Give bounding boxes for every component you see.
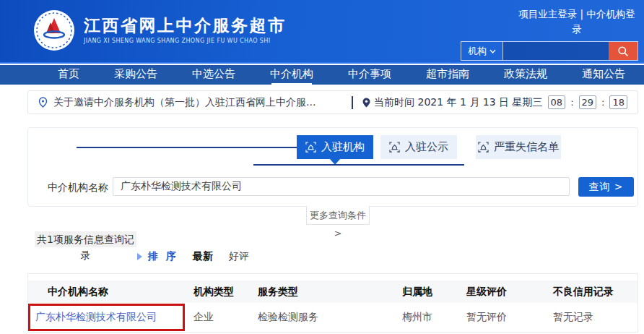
cell-org-name: 广东朴华检测技术有限公司: [28, 311, 193, 324]
search-icon: [617, 46, 629, 57]
main-nav: 首页 采购公告 中选公告 中介机构 中介事项 超市指南 政策法规 通知公告: [0, 65, 644, 85]
org-name-label: 中介机构名称: [48, 181, 108, 194]
nav-item-market-guide[interactable]: 超市指南: [426, 65, 469, 85]
notice-headline: 关于邀请中介服务机构（第一批）入驻江西省网上中介服...: [53, 96, 316, 109]
col-header-region: 归属地: [402, 286, 466, 299]
notice-bar: 关于邀请中介服务机构（第一批）入驻江西省网上中介服... 当前时间 2021 年…: [27, 90, 638, 114]
cell-region: 梅州市: [402, 311, 466, 324]
nav-item-intermediary-matters[interactable]: 中介事项: [348, 65, 391, 85]
org-name-link[interactable]: 广东朴华检测技术有限公司: [35, 311, 157, 322]
time-colon: :: [570, 97, 573, 108]
col-header-credit-record: 不良信用记录: [553, 286, 638, 299]
sort-bar: 排 序 最新 好评: [137, 249, 249, 264]
decorative-line: [77, 147, 297, 148]
table-row: 广东朴华检测技术有限公司 企业 检验检测服务 梅州市 暂无评价 暂无记录: [28, 303, 638, 332]
col-header-rating: 星级评价: [466, 286, 553, 299]
nav-item-procurement-notices[interactable]: 采购公告: [114, 65, 157, 85]
more-query-conditions-link[interactable]: 更多查询条件 >: [306, 206, 370, 225]
header-search-input[interactable]: [503, 42, 609, 60]
nav-item-home[interactable]: 首页: [58, 65, 79, 85]
results-table: 中介机构名称 机构类型 服务类型 归属地 星级评价 不良信用记录 广东朴华检测技…: [27, 273, 638, 333]
login-links[interactable]: 项目业主登录 | 中介机构登录: [515, 7, 638, 37]
cell-rating: 暂无评价: [466, 311, 553, 324]
tab-dishonesty-blacklist[interactable]: 严重失信名单: [476, 135, 561, 159]
time-colon: :: [601, 97, 604, 108]
query-button[interactable]: 查询 >: [578, 177, 634, 197]
header-search-bar: 机构: [461, 41, 638, 61]
pavilion-icon: [305, 142, 316, 153]
nav-item-selection-notices[interactable]: 中选公告: [192, 65, 235, 85]
sort-label: 排 序: [148, 250, 178, 263]
tab-label: 严重失信名单: [494, 140, 559, 154]
col-header-org-type: 机构类型: [193, 286, 258, 299]
time-seconds: 18: [609, 95, 627, 109]
query-panel: 入驻机构 入驻公示 严重失信名单 中介机构名称 查询 >: [27, 127, 638, 207]
table-header-row: 中介机构名称 机构类型 服务类型 归属地 星级评价 不良信用记录: [28, 281, 638, 303]
pavilion-icon: [389, 142, 400, 153]
location-pin-icon: [38, 97, 48, 108]
nav-item-intermediary-orgs[interactable]: 中介机构: [270, 65, 313, 85]
org-name-input[interactable]: [113, 177, 570, 196]
page: 江西省网上中介服务超市 JIANG XI SHENG WANG SHANG ZH…: [0, 0, 644, 334]
cell-org-type: 企业: [193, 311, 258, 324]
tab-registration-publicity[interactable]: 入驻公示: [380, 135, 457, 159]
cell-credit-record: 暂无记录: [553, 311, 638, 324]
sort-rating-option[interactable]: 好评: [229, 250, 249, 263]
vertical-divider: [352, 96, 353, 109]
time-minutes: 29: [579, 95, 597, 109]
pavilion-icon: [478, 142, 489, 153]
col-header-org-name: 中介机构名称: [28, 286, 193, 299]
site-header: 江西省网上中介服务超市 JIANG XI SHENG WANG SHANG ZH…: [0, 0, 644, 64]
notice-link[interactable]: 关于邀请中介服务机构（第一批）入驻江西省网上中介服...: [38, 96, 316, 109]
site-subtitle: JIANG XI SHENG WANG SHANG ZHONG JIE FU W…: [84, 38, 287, 44]
nav-item-policies[interactable]: 政策法规: [504, 65, 547, 85]
search-category-select[interactable]: 机构: [461, 42, 503, 60]
tab-label: 入驻机构: [321, 140, 365, 154]
site-title: 江西省网上中介服务超市: [84, 15, 287, 35]
results-count: 共1项服务信息查询记录: [35, 231, 136, 247]
sort-newest-option[interactable]: 最新: [193, 250, 213, 263]
tab-registered-orgs[interactable]: 入驻机构: [297, 135, 373, 159]
site-logo-icon: [33, 9, 75, 51]
col-header-service-type: 服务类型: [258, 286, 402, 299]
cell-service-type: 检验检测服务: [258, 311, 402, 324]
time-pin-icon: [362, 98, 370, 108]
header-search-button[interactable]: [609, 42, 638, 60]
site-title-block: 江西省网上中介服务超市 JIANG XI SHENG WANG SHANG ZH…: [84, 15, 287, 44]
time-hours: 08: [548, 95, 566, 109]
decorative-line: [253, 164, 464, 166]
current-time-block: 当前时间 2021 年 1 月 13 日 星期三 08:29:18: [352, 95, 629, 109]
tab-label: 入驻公示: [405, 140, 448, 154]
chevron-down-icon: [489, 49, 496, 53]
search-category-label: 机构: [468, 45, 487, 58]
sort-caret-icon: [137, 253, 142, 260]
current-time-label: 当前时间 2021 年 1 月 13 日 星期三: [374, 96, 543, 109]
nav-item-announcements[interactable]: 通知公告: [582, 65, 625, 85]
